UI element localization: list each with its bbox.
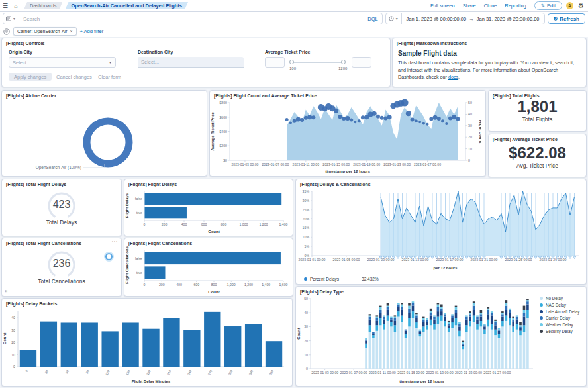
- svg-text:1,200: 1,200: [244, 283, 253, 287]
- svg-text:300: 300: [227, 369, 233, 375]
- panel-controls: [Flights] Controls Origin City Select...…: [1, 38, 391, 87]
- date-from[interactable]: Jan 1, 2023 @ 00:00:00.00: [407, 16, 467, 22]
- legend-item[interactable]: Late Aircraft Delay: [540, 309, 583, 314]
- svg-text:240: 240: [187, 369, 193, 375]
- breadcrumb-dashboards[interactable]: Dashboards: [24, 2, 62, 9]
- remove-filter-icon[interactable]: ×: [70, 29, 72, 34]
- quick-select-menu[interactable]: ▼: [386, 13, 402, 24]
- price-max-input[interactable]: [352, 57, 371, 68]
- refresh-button[interactable]: ↻Refresh: [548, 13, 586, 24]
- svg-text:2023-01-27 00:00: 2023-01-27 00:00: [483, 371, 511, 375]
- svg-text:Flight Delays: Flight Delays: [125, 193, 129, 218]
- flight-cancellations-bar-chart[interactable]: 02004006008001,0001,2001,4001,600falsetr…: [124, 246, 289, 295]
- svg-text:5%: 5%: [305, 244, 310, 248]
- saved-query-menu[interactable]: ▼: [3, 13, 19, 24]
- apply-changes-button[interactable]: Apply changes: [9, 73, 52, 81]
- panel-airline-carrier: [Flights] Airline Carrier OpenSearch-Air…: [1, 90, 207, 177]
- price-min-input[interactable]: [265, 57, 285, 68]
- svg-text:Count: Count: [3, 333, 7, 344]
- svg-text:Count: Count: [297, 328, 301, 339]
- svg-text:800: 800: [221, 222, 227, 226]
- filter-pill-carrier[interactable]: Carrier: OpenSearch-Air ×: [13, 27, 77, 36]
- total-cancellations-gauge: 236: [43, 249, 80, 277]
- percent-delays-legend[interactable]: Percent Delays 32.432%: [304, 277, 379, 281]
- svg-text:30: 30: [11, 328, 15, 332]
- svg-text:50: 50: [468, 101, 472, 105]
- edit-button[interactable]: ✎Edit: [534, 1, 562, 10]
- legend-item[interactable]: Security Delay: [540, 329, 583, 334]
- panel-title: [Flights] Average Ticket Price: [489, 134, 562, 142]
- search-input[interactable]: Search: [19, 16, 364, 22]
- dashboard-grid: [Flights] Controls Origin City Select...…: [0, 37, 588, 388]
- reporting-link[interactable]: Reporting: [505, 3, 526, 9]
- panel-title: [Flights] Airline Carrier: [2, 91, 207, 99]
- legend-dot: [540, 316, 543, 320]
- filter-settings-icon[interactable]: [3, 28, 10, 35]
- delays-cancellations-area-chart[interactable]: 0%5%10%15%20%25%30%35%2023-01-01 00:0020…: [296, 187, 582, 271]
- svg-text:360: 360: [268, 369, 274, 375]
- svg-text:2023-01-15 00:00: 2023-01-15 00:00: [322, 162, 350, 166]
- clear-form-button[interactable]: Clear form: [98, 73, 121, 81]
- drag-handle-icon[interactable]: ⠿: [5, 289, 8, 294]
- panel-title: [Flights] Delays & Cancellations: [296, 179, 586, 187]
- query-language-button[interactable]: DQL: [364, 16, 381, 22]
- clone-link[interactable]: Clone: [484, 3, 497, 9]
- destination-city-select[interactable]: Select...: [138, 57, 244, 68]
- price-slider-thumb-min[interactable]: [289, 60, 294, 64]
- full-screen-link[interactable]: Full screen: [430, 3, 455, 9]
- price-slider-track[interactable]: [292, 62, 344, 63]
- legend-value: 32.432%: [362, 277, 379, 281]
- svg-text:15%: 15%: [303, 226, 310, 230]
- airline-carrier-donut-chart[interactable]: OpenSearch-Air (100%): [2, 99, 203, 173]
- legend-item[interactable]: No Delay: [540, 296, 583, 301]
- svg-text:180: 180: [146, 369, 152, 375]
- svg-text:90: 90: [85, 369, 90, 374]
- share-link[interactable]: Share: [463, 3, 476, 9]
- svg-text:400: 400: [176, 283, 182, 287]
- legend-label: Security Delay: [546, 329, 573, 334]
- svg-text:2023-01-07 00:00: 2023-01-07 00:00: [340, 371, 368, 375]
- menu-icon[interactable]: ☰: [0, 3, 11, 9]
- svg-text:$800: $800: [219, 101, 227, 105]
- opensearch-dashboard-app: ☰ ⌂ Dashboards OpenSearch-Air Cancelled …: [0, 0, 588, 388]
- user-avatar[interactable]: A: [566, 2, 573, 9]
- flight-count-area-chart[interactable]: $0$200$400$600$800010203040502023-01-03 …: [210, 99, 481, 174]
- svg-text:2023-01-03 00:00: 2023-01-03 00:00: [231, 162, 258, 166]
- total-flights-value: 1,801: [517, 99, 557, 115]
- legend-item[interactable]: NAS Delay: [540, 303, 583, 307]
- price-slider-thumb-max[interactable]: [341, 60, 346, 64]
- legend-dot: [540, 310, 543, 313]
- svg-text:50: 50: [304, 297, 308, 301]
- panel-menu-icon[interactable]: •••: [112, 240, 118, 244]
- svg-text:2023-01-23 00:00: 2023-01-23 00:00: [455, 371, 482, 375]
- legend-item[interactable]: Weather Delay: [540, 322, 583, 327]
- svg-text:OpenSearch-Air (100%): OpenSearch-Air (100%): [36, 165, 81, 170]
- svg-text:Count: Count: [208, 230, 219, 234]
- svg-text:Average Ticket Price: Average Ticket Price: [211, 111, 215, 150]
- cancel-changes-button[interactable]: Cancel changes: [56, 73, 92, 81]
- svg-text:20: 20: [468, 135, 472, 139]
- svg-text:per 12 hours: per 12 hours: [433, 266, 458, 270]
- avg-ticket-price-label: Average Ticket Price: [265, 50, 311, 54]
- svg-text:Flight Cancellations: Flight Cancellations: [125, 246, 129, 284]
- gear-icon[interactable]: ⚙: [578, 2, 584, 9]
- add-filter-button[interactable]: + Add filter: [80, 28, 104, 34]
- docs-link[interactable]: docs: [448, 74, 458, 80]
- legend-item[interactable]: Carrier Delay: [540, 316, 583, 320]
- date-to[interactable]: Jan 31, 2023 @ 23:30:00.00: [477, 16, 540, 22]
- svg-text:10: 10: [468, 147, 472, 151]
- filter-pill-label: Carrier: OpenSearch-Air: [17, 29, 67, 34]
- svg-text:200: 200: [162, 222, 168, 226]
- flight-delays-bar-chart[interactable]: 02004006008001,0001,2001,400falsetrueCou…: [124, 187, 289, 234]
- panel-flight-cancellations: [Flights] Flight Cancellations 020040060…: [124, 238, 293, 297]
- legend-dot: [540, 323, 543, 326]
- origin-city-select[interactable]: Select...▼: [9, 57, 116, 68]
- svg-text:800: 800: [211, 283, 217, 287]
- saved-query-icon: [6, 16, 11, 21]
- svg-text:20: 20: [11, 340, 15, 344]
- panel-flight-count-avg-price: [Flights] Flight Count and Average Ticke…: [209, 90, 486, 177]
- svg-text:1,200: 1,200: [260, 222, 268, 226]
- delay-buckets-bar-chart[interactable]: 0102030400306090120150180210240270300330…: [2, 307, 288, 384]
- home-icon[interactable]: ⌂: [11, 3, 21, 9]
- svg-text:210: 210: [166, 369, 172, 375]
